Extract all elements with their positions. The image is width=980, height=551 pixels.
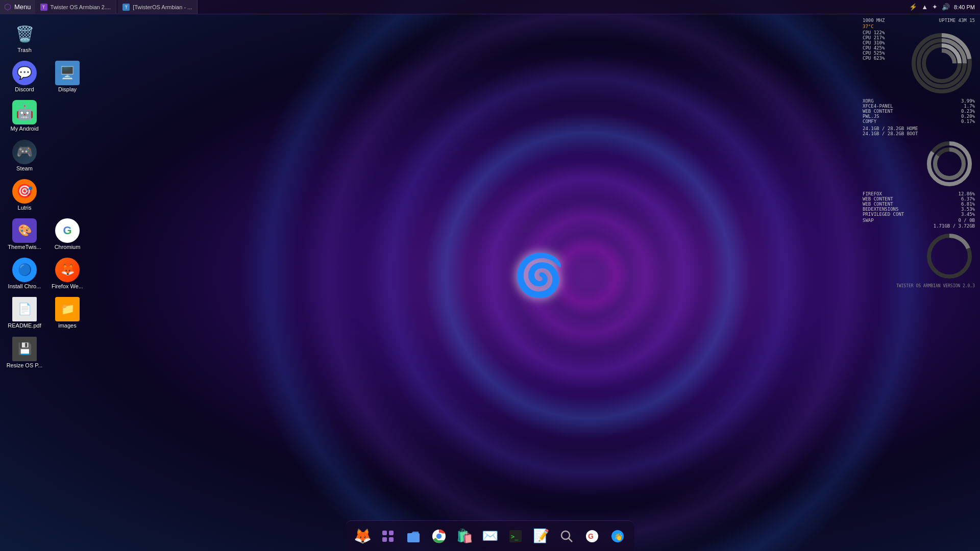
svg-rect-16 [389,537,394,542]
desktop-icon-readme[interactable]: 📄 README.pdf [4,295,45,331]
volume-icon: 🔊 [942,3,950,11]
readme-label: README.pdf [8,322,41,329]
svg-rect-14 [389,531,394,535]
dock-apps[interactable] [376,524,400,548]
uptime: UPTIME 43M 15 [939,18,975,23]
lutris-label: Lutris [18,205,32,211]
apps-grid-icon [381,530,395,543]
wallpaper: 🌀 [0,0,980,551]
desktop-icon-discord[interactable]: 💬 Discord [4,59,45,95]
google-icon: G [585,530,599,543]
chromium-dock-icon [432,529,446,543]
taskbar-tabs: T Twister OS Armbian 2.... T [TwisterOS … [35,0,904,14]
svg-text:>_: >_ [511,533,519,540]
steam-label: Steam [16,165,33,172]
tab2-label: [TwisterOS Armbian - ... [133,4,192,10]
svg-text:G: G [588,532,594,540]
version-text: TWISTER OS ARMBIAN VERSION 2.0.3 [863,284,975,288]
clock: 8:40 PM [954,4,975,10]
menu-label: Menu [14,3,31,11]
desktop-icon-trash[interactable]: 🗑️ Trash [4,19,45,56]
images-label: images [58,322,76,329]
wallpaper-logo: 🌀 [508,245,570,306]
dock-terminal[interactable]: >_ [504,524,527,548]
install-chro-label: Install Chro... [8,283,41,290]
desktop-icon-steam[interactable]: 🎮 Steam [4,138,45,174]
mem-info: 1.71GB / 3.72GB [863,223,975,229]
themetwist-label: ThemeTwis... [8,244,41,251]
dock: 🦊 🛍️ ✉️ >_ [346,520,634,551]
cpu-temp: 37°C [863,24,874,29]
resize-os-label: Resize OS P... [7,362,43,369]
svg-text:👋: 👋 [614,533,623,541]
terminal-icon: >_ [509,530,522,543]
disk-charts [863,138,975,189]
desktop-icon-themetwist[interactable]: 🎨 ThemeTwis... [4,216,45,253]
svg-point-20 [436,534,442,539]
desktop-icon-lutris[interactable]: 🎯 Lutris [4,177,45,213]
display-label: Display [58,86,77,93]
desktop-icon-my-android[interactable]: 🤖 My Android [4,98,45,134]
taskbar: ⬡ Menu T Twister OS Armbian 2.... T [Twi… [0,0,980,14]
dock-email[interactable]: ✉️ [478,524,502,548]
taskbar-tab-1[interactable]: T Twister OS Armbian 2.... [35,0,117,14]
battery-icon: ⚡ [909,3,917,11]
trash-label: Trash [17,47,32,54]
taskbar-right: ⚡ ▲ ✦ 🔊 8:40 PM [904,3,980,11]
swap-info: SWAP0 / 0B [863,218,975,223]
dock-chromium[interactable] [427,524,451,548]
chromium-label: Chromium [55,244,81,251]
svg-rect-17 [407,533,420,542]
system-monitor: 1000 MHZ UPTIME 43M 15 37°C CPU 122% CPU… [863,18,975,288]
cpu-freq: 1000 MHZ [863,18,885,23]
dock-google[interactable]: G [580,524,604,548]
svg-line-24 [569,538,572,542]
wifi-icon: ▲ [921,3,928,11]
my-android-label: My Android [10,126,38,132]
desktop-icon-chromium[interactable]: G Chromium [47,216,88,253]
taskbar-tab-2[interactable]: T [TwisterOS Armbian - ... [117,0,198,14]
svg-rect-15 [382,537,387,542]
dock-store[interactable]: 🛍️ [453,524,476,548]
desktop-icon-display[interactable]: 🖥️ Display [47,59,88,95]
disk-usage: 24.1GB / 28.2GB HOME 24.1GB / 28.2GB BOO… [863,126,975,136]
desktop-icon-resize-os[interactable]: 💾 Resize OS P... [4,335,45,371]
desktop-icon-install-chro[interactable]: 🔵 Install Chro... [4,256,45,292]
dock-files[interactable] [402,524,425,548]
cpu-ring-chart [909,30,975,96]
svg-point-23 [561,531,570,539]
svg-rect-13 [382,531,387,535]
search-icon [560,530,573,543]
menu-button[interactable]: ⬡ Menu [0,0,35,14]
process-list: XORG3.99% XFCE4-PANEL1.7% WEB CONTENT0.2… [863,98,975,124]
tab2-favicon: T [122,4,130,11]
desktop-icon-firefox-we[interactable]: 🦊 Firefox We... [47,256,88,292]
dock-text-editor[interactable]: 📝 [529,524,553,548]
dock-search[interactable] [555,524,578,548]
mem-chart [863,231,975,282]
tab1-label: Twister OS Armbian 2.... [51,4,111,10]
bluetooth-icon: ✦ [932,3,938,11]
desktop-icon-images[interactable]: 📁 images [47,295,88,331]
svg-point-6 [929,51,954,76]
dock-firefox[interactable]: 🦊 [351,524,374,548]
dock-assistant[interactable]: 👋 [606,524,629,548]
firefox-we-label: Firefox We... [52,283,83,290]
assistant-icon: 👋 [611,530,624,543]
files-icon [406,529,421,543]
mem-process-list: FIREFOX12.86% WEB CONTENT6.37% WEB CONTE… [863,191,975,217]
tab1-favicon: T [40,4,47,11]
menu-icon: ⬡ [4,2,11,12]
discord-label: Discord [15,86,34,93]
